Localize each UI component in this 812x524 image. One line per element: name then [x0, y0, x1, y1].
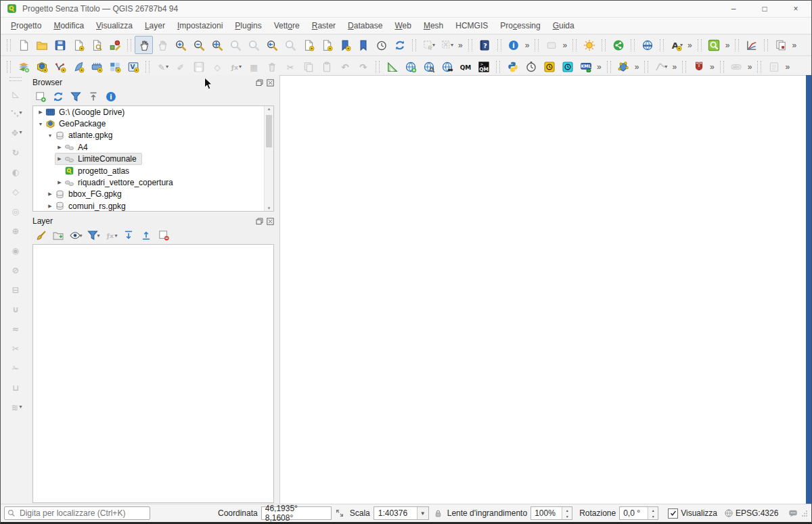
project-open-button[interactable]	[32, 36, 51, 54]
magnifier-spin[interactable]: 100% ▲▼	[531, 506, 572, 520]
expander-closed-icon[interactable]: ▶	[55, 156, 64, 162]
tree-item-atlante-gpkg[interactable]: ▼atlante.gpkg	[33, 130, 273, 141]
toolbar-overflow-button[interactable]: »	[523, 41, 532, 50]
new-temporary-scratch-layer-button[interactable]	[87, 57, 106, 76]
browser-panel-header[interactable]: Browser	[32, 76, 274, 89]
plugin-share-button[interactable]	[609, 36, 627, 54]
float-panel-icon[interactable]	[256, 218, 263, 225]
toolbar-handle[interactable]	[764, 39, 768, 51]
menu-raster[interactable]: Raster	[306, 20, 342, 32]
scroll-down-icon[interactable]: ▼	[265, 206, 273, 210]
scrollbar-thumb[interactable]	[266, 115, 272, 147]
messages-icon[interactable]	[788, 508, 798, 518]
interpolate-point-button[interactable]: ◺	[7, 85, 24, 101]
plugin-sun-button[interactable]	[580, 36, 598, 54]
plugin-set-square-button[interactable]	[383, 57, 401, 76]
identify-info-button[interactable]: i	[505, 36, 523, 54]
fill-ring-button[interactable]: ◉	[7, 241, 24, 258]
locator-search[interactable]	[4, 506, 150, 520]
scroll-up-icon[interactable]: ▲	[265, 107, 273, 111]
plugin-document-copy-button[interactable]	[771, 36, 790, 54]
menu-hcmgis[interactable]: HCMGIS	[449, 20, 494, 32]
copy-features-button[interactable]	[299, 57, 317, 76]
toolbar-handle[interactable]	[412, 39, 416, 51]
toolbar-overflow-button[interactable]: »	[783, 62, 792, 72]
toolbar-handle[interactable]	[497, 39, 501, 51]
menu-web[interactable]: Web	[388, 20, 417, 32]
trim-extend-button[interactable]: ≋▾	[7, 398, 24, 415]
layers-list[interactable]	[32, 244, 274, 503]
plugin-zoom-level-button[interactable]	[705, 36, 723, 54]
new-3d-map-view-button[interactable]	[317, 36, 336, 54]
plugin-tool-disabled-button[interactable]	[542, 36, 560, 54]
toolbar-handle[interactable]	[602, 39, 606, 51]
add-part-button[interactable]: ⊕	[7, 222, 24, 239]
select-features-button[interactable]: ▾	[420, 36, 438, 54]
filter-by-expression-button[interactable]: ƒx▾	[103, 228, 119, 243]
delete-part-button[interactable]: ⊟	[7, 281, 24, 297]
menu-layer[interactable]: Layer	[139, 20, 171, 32]
rotate-feature-button[interactable]: ◐	[7, 163, 24, 180]
expander-closed-icon[interactable]: ▶	[46, 191, 54, 197]
zoom-in-button[interactable]	[171, 36, 189, 54]
plugin-kml-tools-button[interactable]: KML	[577, 57, 595, 76]
browser-properties-button[interactable]: i	[103, 89, 119, 104]
zoom-to-selection-button[interactable]	[226, 36, 244, 54]
expander-closed-icon[interactable]: ▶	[55, 145, 64, 150]
map-canvas[interactable]	[279, 75, 806, 504]
new-spatialite-layer-button[interactable]	[69, 57, 87, 76]
tree-item-bbox-fg-gpkg[interactable]: ▶bbox_FG.gpkg	[33, 189, 273, 200]
toolbar-handle[interactable]	[735, 39, 739, 51]
toolbar-handle[interactable]	[720, 61, 724, 73]
data-source-manager-button[interactable]	[14, 57, 32, 76]
multiedit-attributes-button[interactable]: ▦	[244, 57, 263, 76]
menu-mesh[interactable]: Mesh	[418, 20, 449, 32]
minimize-button[interactable]: –	[718, 1, 749, 17]
snapping-toggle-button[interactable]	[690, 57, 708, 76]
toolbar-overflow-button[interactable]: »	[633, 62, 641, 72]
lock-scale-icon[interactable]	[434, 509, 443, 518]
measure-segment-button[interactable]: ⋱▾	[7, 104, 24, 121]
toolbar-overflow-button[interactable]: »	[670, 62, 679, 72]
zoom-next-button[interactable]	[281, 36, 299, 54]
toolbar-overflow-button[interactable]: »	[746, 62, 754, 72]
menu-progetto[interactable]: Progetto	[5, 20, 47, 32]
toolbar-overflow-button[interactable]: »	[560, 41, 569, 50]
label-abc-button[interactable]: abc	[727, 57, 746, 76]
simplify-feature-button[interactable]: ◇	[7, 183, 24, 199]
plugin-globe-search-button[interactable]	[420, 57, 438, 76]
plugin-stopwatch-button[interactable]	[522, 57, 540, 76]
refresh-map-button[interactable]	[390, 36, 409, 54]
new-shapefile-layer-button[interactable]	[51, 57, 69, 76]
remove-layer-button[interactable]	[156, 228, 172, 243]
add-ring-button[interactable]: ◎	[7, 202, 24, 219]
float-panel-icon[interactable]	[256, 79, 263, 87]
refresh-browser-button[interactable]	[50, 89, 66, 104]
expander-closed-icon[interactable]: ▶	[55, 180, 64, 185]
toolbar-handle[interactable]	[9, 77, 22, 81]
new-geopackage-layer-button[interactable]	[32, 57, 51, 76]
layer-notes-button[interactable]	[765, 57, 783, 76]
pan-map-button[interactable]	[135, 36, 153, 54]
spinner-arrows[interactable]: ▲▼	[562, 507, 572, 519]
copy-move-feature-button[interactable]: ↻	[7, 143, 24, 160]
menu-vettore[interactable]: Vettore	[268, 20, 306, 32]
zoom-out-button[interactable]	[189, 36, 208, 54]
field-calculator-button[interactable]: ƒx▾	[226, 57, 244, 76]
tree-item-progetto-atlas[interactable]: progetto_atlas	[33, 165, 273, 176]
expander-closed-icon[interactable]: ▶	[46, 204, 54, 209]
expand-all-button[interactable]	[120, 228, 137, 243]
cut-features-button[interactable]: ✂	[281, 57, 299, 76]
toolbar-overflow-button[interactable]: »	[723, 41, 732, 50]
toolbar-handle[interactable]	[607, 61, 611, 73]
scale-combo[interactable]: 1:40376 ▼	[374, 506, 429, 520]
close-panel-icon[interactable]	[267, 218, 274, 225]
menu-plugins[interactable]: Plugins	[229, 20, 267, 32]
undo-button[interactable]: ↶	[336, 57, 354, 76]
render-checkbox[interactable]	[668, 508, 678, 519]
title-bar[interactable]: Progetto Senza Titolo — QGIS 26787b4 94 …	[1, 1, 811, 18]
filter-legend-button[interactable]: ▾	[85, 228, 102, 243]
collapse-all-button[interactable]	[85, 89, 102, 104]
add-group-button[interactable]	[50, 228, 66, 243]
project-new-button[interactable]	[14, 36, 32, 54]
